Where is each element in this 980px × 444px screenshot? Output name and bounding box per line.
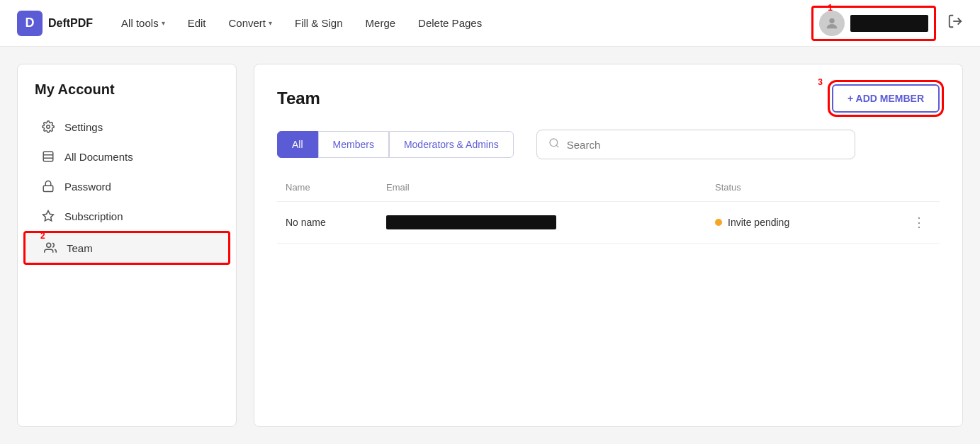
svg-point-0 (829, 18, 834, 23)
search-box (536, 130, 855, 159)
search-icon (548, 137, 560, 152)
add-member-button[interactable]: + ADD MEMBER (832, 84, 940, 113)
nav-merge[interactable]: Merge (366, 17, 396, 29)
star-icon (40, 210, 56, 222)
chevron-down-icon: ▾ (269, 19, 272, 27)
tabs-row: All Members Moderators & Admins (277, 130, 940, 159)
member-email (378, 202, 706, 244)
user-name-redacted (850, 15, 928, 32)
page-title: Team (277, 89, 320, 108)
avatar (819, 11, 845, 36)
status-text: Invite pending (728, 217, 789, 228)
content-header: Team 3 + ADD MEMBER (277, 84, 940, 113)
sidebar-item-settings[interactable]: Settings (23, 112, 230, 142)
svg-rect-3 (43, 152, 53, 161)
sidebar-item-team[interactable]: Team (23, 231, 230, 265)
member-status: Invite pending (706, 202, 867, 244)
sidebar-item-label: All Documents (64, 151, 133, 163)
content-area: Team 3 + ADD MEMBER All Members Moderato… (254, 64, 963, 427)
tab-members[interactable]: Members (318, 131, 389, 158)
add-member-wrapper: 3 + ADD MEMBER (832, 84, 940, 113)
team-icon (43, 241, 58, 254)
chevron-down-icon: ▾ (162, 19, 165, 27)
logo-icon: D (17, 11, 43, 36)
col-status: Status (706, 176, 867, 202)
svg-rect-6 (43, 186, 53, 191)
nav-all-tools[interactable]: All tools ▾ (121, 17, 165, 29)
svg-point-2 (47, 125, 50, 129)
sidebar-title: My Account (18, 81, 236, 112)
table-row: No name Invite pending ⋮ (277, 202, 940, 244)
sidebar-item-password[interactable]: Password (23, 171, 230, 201)
col-actions (867, 176, 940, 202)
nav-fill-sign[interactable]: Fill & Sign (295, 17, 343, 29)
col-email: Email (378, 176, 706, 202)
document-icon (40, 150, 56, 163)
annotation-2: 2 (40, 231, 45, 241)
nav-delete-pages[interactable]: Delete Pages (418, 17, 482, 29)
table-actions: ⋮ (867, 202, 940, 244)
more-options-button[interactable]: ⋮ (907, 212, 931, 233)
logo-text: DeftPDF (48, 17, 93, 30)
status-dot-pending (715, 219, 722, 226)
sidebar-item-all-documents[interactable]: All Documents (23, 142, 230, 171)
sidebar: My Account Settings All Documents Passwo… (17, 64, 237, 427)
logo-area[interactable]: D DeftPDF (17, 11, 93, 36)
svg-point-8 (47, 243, 51, 247)
sidebar-item-label: Subscription (64, 210, 123, 222)
status-cell: Invite pending (715, 217, 859, 228)
sidebar-item-team-wrapper: 2 Team (18, 231, 236, 265)
svg-marker-7 (43, 211, 54, 221)
search-input[interactable] (567, 139, 843, 151)
tab-moderators-admins[interactable]: Moderators & Admins (389, 131, 514, 158)
main-container: My Account Settings All Documents Passwo… (0, 47, 980, 444)
nav-convert[interactable]: Convert ▾ (229, 17, 273, 29)
tab-group: All Members Moderators & Admins (277, 131, 514, 158)
sidebar-item-label: Settings (64, 121, 103, 133)
lock-icon (40, 180, 56, 193)
nav-links: All tools ▾ Edit Convert ▾ Fill & Sign M… (121, 17, 811, 29)
member-name: No name (277, 202, 378, 244)
nav-right: 1 (811, 6, 963, 41)
sidebar-item-label: Team (67, 242, 93, 254)
annotation-1: 1 (828, 3, 833, 13)
annotation-3: 3 (818, 77, 823, 87)
tab-all[interactable]: All (277, 131, 318, 158)
col-name: Name (277, 176, 378, 202)
svg-point-9 (550, 139, 558, 147)
nav-edit[interactable]: Edit (188, 17, 206, 29)
email-redacted (386, 215, 556, 229)
navbar: D DeftPDF All tools ▾ Edit Convert ▾ Fil… (0, 0, 980, 47)
sidebar-item-subscription[interactable]: Subscription (23, 201, 230, 231)
gear-icon (40, 120, 56, 133)
sidebar-item-label: Password (64, 181, 111, 193)
svg-line-10 (556, 145, 558, 147)
team-table: Name Email Status No name Invite pendin (277, 176, 940, 244)
logout-button[interactable] (947, 13, 963, 33)
